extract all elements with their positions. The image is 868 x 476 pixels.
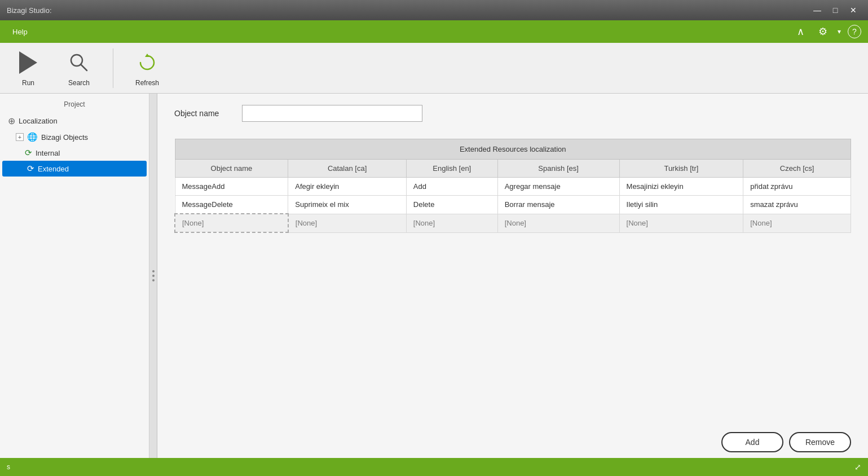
gear-dropdown-arrow: ▾ — [838, 28, 841, 36]
cell-r2-c3[interactable]: [None] — [497, 214, 619, 232]
status-text: s — [7, 463, 10, 471]
object-name-label: Object name — [174, 109, 231, 118]
object-name-input[interactable] — [242, 105, 422, 122]
sidebar-header: Project — [0, 98, 149, 113]
cell-r0-c5[interactable]: přidat zprávu — [743, 178, 851, 196]
table-title: Extended Resources localization — [175, 139, 851, 160]
cell-r1-c4[interactable]: Iletiyi silin — [619, 196, 743, 214]
collapse-dot-3 — [152, 279, 155, 281]
col-object-name: Object name — [175, 160, 288, 178]
resources-table: Extended Resources localization Object n… — [174, 139, 851, 233]
cell-r0-c4[interactable]: Mesajinizi ekleyin — [619, 178, 743, 196]
sidebar-item-internal[interactable]: ⟳ Internal — [0, 145, 149, 161]
table-row[interactable]: [None][None][None][None][None][None] — [175, 214, 851, 232]
sidebar: Project ⊕ Localization + 🌐 Bizagi Object… — [0, 94, 149, 458]
run-label: Run — [22, 79, 34, 87]
menu-bar: Help ∧ ⚙ ▾ ? — [0, 20, 868, 43]
content-area: Object name Extended Resources localizat… — [157, 94, 868, 426]
cell-r2-c5[interactable]: [None] — [743, 214, 851, 232]
collapse-dot-2 — [152, 275, 155, 277]
toolbar-separator — [113, 49, 113, 88]
search-icon-wrap — [66, 50, 92, 76]
title-bar: Bizagi Studio: — □ ✕ — [0, 0, 868, 20]
minimize-button[interactable]: — — [809, 4, 825, 16]
add-button[interactable]: Add — [721, 432, 783, 452]
chevron-icon[interactable]: ∧ — [792, 24, 808, 39]
search-icon — [69, 52, 89, 73]
bizagi-objects-icon: 🌐 — [27, 132, 38, 142]
run-icon-wrap — [15, 50, 41, 76]
refresh-button[interactable]: Refresh — [130, 50, 164, 87]
collapse-dot-1 — [152, 270, 155, 272]
refresh-icon — [137, 52, 157, 73]
content-wrapper: Object name Extended Resources localizat… — [157, 94, 868, 458]
toolbar: Run Search Refresh — [0, 43, 868, 94]
bizagi-objects-label: Bizagi Objects — [41, 133, 88, 142]
object-name-row: Object name — [174, 105, 851, 122]
cell-r1-c5[interactable]: smazat zprávu — [743, 196, 851, 214]
cell-r0-c1[interactable]: Afegir ekleyin — [288, 178, 407, 196]
bottom-bar: Add Remove — [157, 426, 868, 458]
search-button[interactable]: Search — [62, 50, 96, 87]
internal-label: Internal — [36, 149, 60, 157]
run-triangle-icon — [19, 51, 37, 74]
col-czech: Czech [cs] — [743, 160, 851, 178]
cell-r2-c4[interactable]: [None] — [619, 214, 743, 232]
resize-icon: ⤢ — [854, 462, 861, 471]
localization-icon: ⊕ — [8, 116, 15, 126]
col-english: English [en] — [406, 160, 497, 178]
menu-right-icons: ∧ ⚙ ▾ ? — [792, 24, 861, 39]
table-row[interactable]: MessageAddAfegir ekleyinAddAgregar mensa… — [175, 178, 851, 196]
table-title-row: Extended Resources localization — [175, 139, 851, 160]
table-header-row: Object name Catalan [ca] English [en] Sp… — [175, 160, 851, 178]
svg-line-1 — [81, 64, 87, 70]
cell-r1-c0[interactable]: MessageDelete — [175, 196, 288, 214]
collapse-handle[interactable] — [149, 94, 157, 458]
sidebar-item-bizagi-objects[interactable]: + 🌐 Bizagi Objects — [0, 129, 149, 145]
gear-icon[interactable]: ⚙ — [815, 24, 831, 39]
title-bar-left: Bizagi Studio: — [7, 6, 52, 15]
cell-r1-c1[interactable]: Suprimeix el mix — [288, 196, 407, 214]
app-title: Bizagi Studio: — [7, 6, 52, 15]
extended-label: Extended — [38, 165, 69, 173]
cell-r1-c2[interactable]: Delete — [406, 196, 497, 214]
status-bar: s ⤢ — [0, 458, 868, 476]
cell-r0-c2[interactable]: Add — [406, 178, 497, 196]
main-area: Project ⊕ Localization + 🌐 Bizagi Object… — [0, 94, 868, 458]
refresh-label: Refresh — [135, 79, 159, 87]
help-menu[interactable]: Help — [7, 25, 33, 38]
cell-r0-c3[interactable]: Agregar mensaje — [497, 178, 619, 196]
internal-icon: ⟳ — [25, 148, 32, 158]
run-button[interactable]: Run — [11, 50, 45, 87]
remove-button[interactable]: Remove — [789, 432, 851, 452]
close-button[interactable]: ✕ — [845, 4, 861, 16]
refresh-icon-wrap — [134, 50, 160, 76]
cell-r1-c3[interactable]: Borrar mensaje — [497, 196, 619, 214]
svg-marker-2 — [145, 54, 149, 57]
localization-label: Localization — [19, 117, 58, 125]
help-question-icon[interactable]: ? — [848, 25, 861, 38]
maximize-button[interactable]: □ — [827, 4, 843, 16]
col-turkish: Turkish [tr] — [619, 160, 743, 178]
sidebar-item-extended[interactable]: ⟳ Extended — [2, 161, 147, 177]
col-spanish: Spanish [es] — [497, 160, 619, 178]
col-catalan: Catalan [ca] — [288, 160, 407, 178]
bizagi-objects-expand[interactable]: + — [16, 133, 24, 141]
cell-r2-c1[interactable]: [None] — [288, 214, 407, 232]
search-label: Search — [68, 79, 90, 87]
cell-r0-c0[interactable]: MessageAdd — [175, 178, 288, 196]
cell-r2-c2[interactable]: [None] — [406, 214, 497, 232]
cell-r2-c0[interactable]: [None] — [175, 214, 288, 232]
table-row[interactable]: MessageDeleteSuprimeix el mixDeleteBorra… — [175, 196, 851, 214]
sidebar-item-localization[interactable]: ⊕ Localization — [0, 113, 149, 129]
extended-icon: ⟳ — [27, 164, 34, 174]
title-bar-controls: — □ ✕ — [809, 4, 861, 16]
